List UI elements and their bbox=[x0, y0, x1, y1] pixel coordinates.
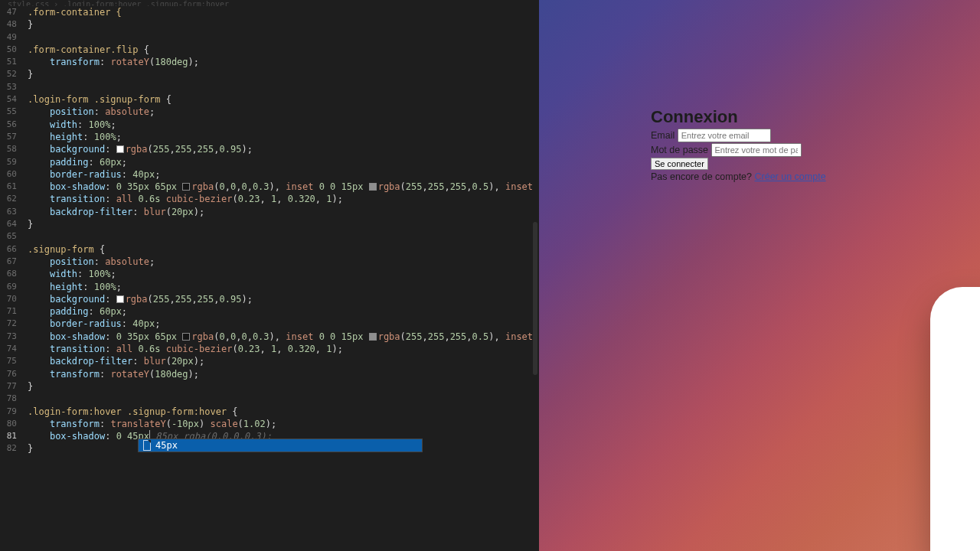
autocomplete-label: 45px bbox=[155, 440, 178, 451]
password-field[interactable] bbox=[711, 143, 802, 157]
password-label: Mot de passe bbox=[651, 145, 708, 155]
email-label: Email bbox=[651, 130, 675, 141]
create-account-link[interactable]: Créer un compte bbox=[755, 171, 826, 182]
autocomplete-item[interactable]: 45px bbox=[139, 439, 422, 452]
preview-pane: Connexion Email Mot de passe Se connecte… bbox=[539, 0, 980, 551]
code-content[interactable]: .form-container {} .form-container.flip … bbox=[20, 6, 539, 455]
value-icon bbox=[143, 440, 151, 451]
footer-text: Pas encore de compte? bbox=[651, 171, 752, 182]
autocomplete-popup[interactable]: 45px bbox=[138, 439, 423, 452]
login-form: Connexion Email Mot de passe Se connecte… bbox=[651, 107, 826, 182]
signup-card-peek bbox=[930, 287, 980, 551]
breadcrumb[interactable]: style.css › .login-form:hover .signup-fo… bbox=[0, 0, 539, 6]
submit-button[interactable]: Se connecter bbox=[651, 158, 708, 170]
code-area[interactable]: 4748495051525354555657585960616263646566… bbox=[0, 6, 539, 455]
form-title: Connexion bbox=[651, 107, 826, 127]
editor-pane: style.css › .login-form:hover .signup-fo… bbox=[0, 0, 539, 551]
scrollbar-thumb[interactable] bbox=[533, 222, 537, 375]
email-field[interactable] bbox=[678, 129, 771, 142]
line-gutter: 4748495051525354555657585960616263646566… bbox=[0, 6, 20, 455]
